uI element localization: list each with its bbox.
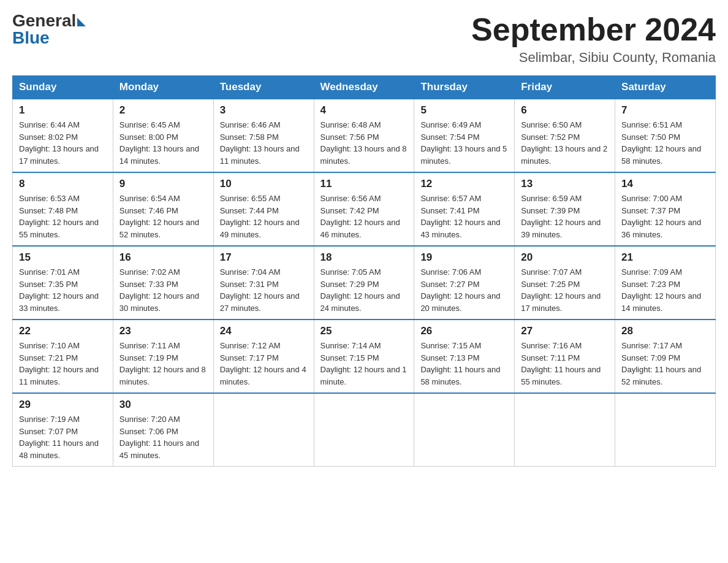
calendar-cell: 11Sunrise: 6:56 AMSunset: 7:42 PMDayligh… xyxy=(314,172,414,246)
day-info: Sunrise: 7:09 AMSunset: 7:23 PMDaylight:… xyxy=(621,266,709,314)
day-number: 26 xyxy=(420,325,508,337)
calendar-cell: 24Sunrise: 7:12 AMSunset: 7:17 PMDayligh… xyxy=(213,320,314,393)
calendar-cell: 17Sunrise: 7:04 AMSunset: 7:31 PMDayligh… xyxy=(213,246,314,320)
day-number: 27 xyxy=(521,325,609,337)
day-info: Sunrise: 6:48 AMSunset: 7:56 PMDaylight:… xyxy=(320,119,408,167)
day-number: 18 xyxy=(320,251,408,264)
calendar-cell: 1Sunrise: 6:44 AMSunset: 8:02 PMDaylight… xyxy=(13,99,113,172)
week-row-2: 8Sunrise: 6:53 AMSunset: 7:48 PMDaylight… xyxy=(13,172,716,246)
day-number: 9 xyxy=(119,178,207,190)
logo: General Blue xyxy=(12,12,86,47)
day-number: 14 xyxy=(621,178,709,190)
day-info: Sunrise: 7:00 AMSunset: 7:37 PMDaylight:… xyxy=(621,193,709,240)
day-number: 7 xyxy=(621,104,709,117)
day-info: Sunrise: 6:51 AMSunset: 7:50 PMDaylight:… xyxy=(621,119,709,167)
calendar-cell xyxy=(213,393,314,467)
day-number: 1 xyxy=(19,104,107,117)
weekday-header-monday: Monday xyxy=(113,76,213,99)
week-row-1: 1Sunrise: 6:44 AMSunset: 8:02 PMDaylight… xyxy=(13,99,716,172)
day-number: 23 xyxy=(119,325,207,337)
calendar-cell: 4Sunrise: 6:48 AMSunset: 7:56 PMDaylight… xyxy=(314,99,414,172)
day-info: Sunrise: 7:01 AMSunset: 7:35 PMDaylight:… xyxy=(19,266,107,314)
logo-general: General xyxy=(12,12,76,29)
day-info: Sunrise: 6:50 AMSunset: 7:52 PMDaylight:… xyxy=(521,119,609,167)
day-number: 30 xyxy=(119,399,207,411)
calendar-cell: 16Sunrise: 7:02 AMSunset: 7:33 PMDayligh… xyxy=(113,246,213,320)
location-subtitle: Selimbar, Sibiu County, Romania xyxy=(471,50,716,66)
day-number: 21 xyxy=(621,251,709,264)
calendar-cell xyxy=(314,393,414,467)
calendar-table: SundayMondayTuesdayWednesdayThursdayFrid… xyxy=(12,75,716,467)
day-info: Sunrise: 7:15 AMSunset: 7:13 PMDaylight:… xyxy=(420,340,508,388)
day-info: Sunrise: 7:02 AMSunset: 7:33 PMDaylight:… xyxy=(119,266,207,314)
calendar-cell: 7Sunrise: 6:51 AMSunset: 7:50 PMDaylight… xyxy=(615,99,716,172)
day-info: Sunrise: 6:46 AMSunset: 7:58 PMDaylight:… xyxy=(220,119,308,167)
calendar-cell: 26Sunrise: 7:15 AMSunset: 7:13 PMDayligh… xyxy=(414,320,515,393)
day-info: Sunrise: 6:45 AMSunset: 8:00 PMDaylight:… xyxy=(119,119,207,167)
calendar-cell: 29Sunrise: 7:19 AMSunset: 7:07 PMDayligh… xyxy=(13,393,113,467)
calendar-cell: 9Sunrise: 6:54 AMSunset: 7:46 PMDaylight… xyxy=(113,172,213,246)
day-info: Sunrise: 6:55 AMSunset: 7:44 PMDaylight:… xyxy=(220,193,308,240)
calendar-cell: 25Sunrise: 7:14 AMSunset: 7:15 PMDayligh… xyxy=(314,320,414,393)
day-info: Sunrise: 7:04 AMSunset: 7:31 PMDaylight:… xyxy=(220,266,308,314)
calendar-cell xyxy=(615,393,716,467)
day-info: Sunrise: 6:49 AMSunset: 7:54 PMDaylight:… xyxy=(420,119,508,167)
page-header: General Blue September 2024 Selimbar, Si… xyxy=(12,12,716,66)
day-info: Sunrise: 7:16 AMSunset: 7:11 PMDaylight:… xyxy=(521,340,609,388)
day-number: 13 xyxy=(521,178,609,190)
day-number: 8 xyxy=(19,178,107,190)
day-info: Sunrise: 6:59 AMSunset: 7:39 PMDaylight:… xyxy=(521,193,609,240)
day-number: 29 xyxy=(19,399,107,411)
day-number: 24 xyxy=(220,325,308,337)
calendar-cell: 19Sunrise: 7:06 AMSunset: 7:27 PMDayligh… xyxy=(414,246,515,320)
calendar-cell: 28Sunrise: 7:17 AMSunset: 7:09 PMDayligh… xyxy=(615,320,716,393)
calendar-cell: 18Sunrise: 7:05 AMSunset: 7:29 PMDayligh… xyxy=(314,246,414,320)
day-number: 5 xyxy=(420,104,508,117)
day-number: 4 xyxy=(320,104,408,117)
day-info: Sunrise: 6:57 AMSunset: 7:41 PMDaylight:… xyxy=(420,193,508,240)
logo-triangle-icon xyxy=(77,18,86,26)
day-info: Sunrise: 7:05 AMSunset: 7:29 PMDaylight:… xyxy=(320,266,408,314)
weekday-header-tuesday: Tuesday xyxy=(213,76,314,99)
day-number: 25 xyxy=(320,325,408,337)
day-info: Sunrise: 6:54 AMSunset: 7:46 PMDaylight:… xyxy=(119,193,207,240)
weekday-header-friday: Friday xyxy=(515,76,615,99)
week-row-4: 22Sunrise: 7:10 AMSunset: 7:21 PMDayligh… xyxy=(13,320,716,393)
calendar-cell: 21Sunrise: 7:09 AMSunset: 7:23 PMDayligh… xyxy=(615,246,716,320)
day-number: 17 xyxy=(220,251,308,264)
calendar-cell: 20Sunrise: 7:07 AMSunset: 7:25 PMDayligh… xyxy=(515,246,615,320)
logo-blue: Blue xyxy=(12,29,50,47)
day-number: 22 xyxy=(19,325,107,337)
day-number: 10 xyxy=(220,178,308,190)
weekday-header-saturday: Saturday xyxy=(615,76,716,99)
weekday-header-wednesday: Wednesday xyxy=(314,76,414,99)
title-section: September 2024 Selimbar, Sibiu County, R… xyxy=(471,12,716,66)
day-number: 16 xyxy=(119,251,207,264)
day-info: Sunrise: 6:53 AMSunset: 7:48 PMDaylight:… xyxy=(19,193,107,240)
month-title: September 2024 xyxy=(471,12,716,47)
day-info: Sunrise: 7:10 AMSunset: 7:21 PMDaylight:… xyxy=(19,340,107,388)
calendar-cell: 13Sunrise: 6:59 AMSunset: 7:39 PMDayligh… xyxy=(515,172,615,246)
calendar-cell: 6Sunrise: 6:50 AMSunset: 7:52 PMDaylight… xyxy=(515,99,615,172)
calendar-cell: 30Sunrise: 7:20 AMSunset: 7:06 PMDayligh… xyxy=(113,393,213,467)
day-info: Sunrise: 7:20 AMSunset: 7:06 PMDaylight:… xyxy=(119,413,207,461)
calendar-cell xyxy=(414,393,515,467)
day-info: Sunrise: 7:12 AMSunset: 7:17 PMDaylight:… xyxy=(220,340,308,388)
day-number: 3 xyxy=(220,104,308,117)
calendar-cell: 12Sunrise: 6:57 AMSunset: 7:41 PMDayligh… xyxy=(414,172,515,246)
day-info: Sunrise: 6:44 AMSunset: 8:02 PMDaylight:… xyxy=(19,119,107,167)
day-number: 19 xyxy=(420,251,508,264)
day-info: Sunrise: 7:19 AMSunset: 7:07 PMDaylight:… xyxy=(19,413,107,461)
calendar-cell xyxy=(515,393,615,467)
calendar-cell: 8Sunrise: 6:53 AMSunset: 7:48 PMDaylight… xyxy=(13,172,113,246)
day-info: Sunrise: 6:56 AMSunset: 7:42 PMDaylight:… xyxy=(320,193,408,240)
day-number: 2 xyxy=(119,104,207,117)
weekday-header-row: SundayMondayTuesdayWednesdayThursdayFrid… xyxy=(13,76,716,99)
week-row-3: 15Sunrise: 7:01 AMSunset: 7:35 PMDayligh… xyxy=(13,246,716,320)
calendar-cell: 2Sunrise: 6:45 AMSunset: 8:00 PMDaylight… xyxy=(113,99,213,172)
week-row-5: 29Sunrise: 7:19 AMSunset: 7:07 PMDayligh… xyxy=(13,393,716,467)
day-info: Sunrise: 7:07 AMSunset: 7:25 PMDaylight:… xyxy=(521,266,609,314)
day-info: Sunrise: 7:11 AMSunset: 7:19 PMDaylight:… xyxy=(119,340,207,388)
day-info: Sunrise: 7:17 AMSunset: 7:09 PMDaylight:… xyxy=(621,340,709,388)
calendar-cell: 14Sunrise: 7:00 AMSunset: 7:37 PMDayligh… xyxy=(615,172,716,246)
